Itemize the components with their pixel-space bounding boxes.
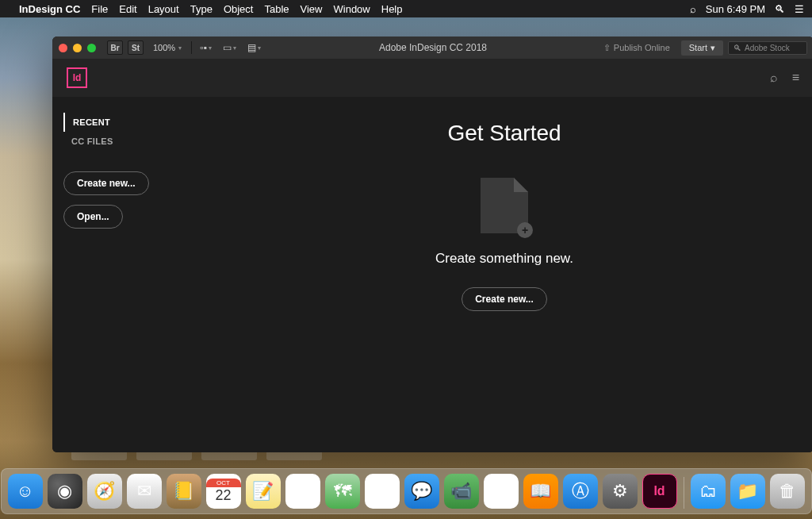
create-new-button[interactable]: Create new... xyxy=(63,171,149,195)
arrange-icon: ▤ xyxy=(247,42,256,53)
dock-photos[interactable]: ✿ xyxy=(365,474,400,509)
dock-area: ☺ ◉ 🧭 ✉︎ 📒 OCT 22 📝 ☑︎ 🗺 ✿ 💬 📹 ♫ 📖 Ⓐ ⚙ I… xyxy=(0,463,812,519)
dock-downloads-folder[interactable]: 📁 xyxy=(730,474,765,509)
chevron-down-icon: ▾ xyxy=(258,44,261,52)
upload-icon: ⇧ xyxy=(603,43,611,53)
start-sidebar: RECENT CC FILES Create new... Open... xyxy=(52,97,195,452)
dock-indesign[interactable]: Id xyxy=(642,474,677,509)
dock-safari[interactable]: 🧭 xyxy=(87,474,122,509)
dock-applications-folder[interactable]: 🗂 xyxy=(691,474,726,509)
panel-menu-icon[interactable]: ≡ xyxy=(792,71,799,85)
adobe-stock-search[interactable]: 🔍︎ Adobe Stock xyxy=(728,41,807,55)
spotlight-icon[interactable]: 🔍︎ xyxy=(775,3,785,15)
screen-mode-dropdown[interactable]: ▭▾ xyxy=(220,42,239,53)
dock-contacts[interactable]: 📒 xyxy=(167,474,201,509)
script-menu-icon[interactable]: ⌕ xyxy=(690,3,696,15)
menu-table[interactable]: Table xyxy=(264,3,289,15)
app-header: Id ⌕ ≡ xyxy=(52,59,812,97)
start-screen: RECENT CC FILES Create new... Open... Ge… xyxy=(52,97,812,452)
traffic-lights xyxy=(59,44,96,52)
stock-placeholder: Adobe Stock xyxy=(745,44,790,52)
menu-list-icon[interactable]: ☰ xyxy=(795,3,804,15)
menubar-clock[interactable]: Sun 6:49 PM xyxy=(706,3,765,15)
dock-maps[interactable]: 🗺 xyxy=(325,474,360,509)
menu-layout[interactable]: Layout xyxy=(148,3,179,15)
macos-menubar: InDesign CC File Edit Layout Type Object… xyxy=(0,0,812,17)
dock-mail[interactable]: ✉︎ xyxy=(127,474,162,509)
dock-separator xyxy=(684,477,684,509)
new-document-icon: + xyxy=(481,178,528,233)
menu-file[interactable]: File xyxy=(91,3,108,15)
zoom-dropdown[interactable]: 100% ▾ xyxy=(148,43,186,52)
search-icon: 🔍︎ xyxy=(733,44,741,52)
dock-appstore[interactable]: Ⓐ xyxy=(563,474,598,509)
indesign-logo: Id xyxy=(67,67,87,88)
screen-mode-icon: ▭ xyxy=(223,42,232,53)
stock-button[interactable]: St xyxy=(128,40,144,55)
chevron-down-icon: ▾ xyxy=(178,44,182,52)
macos-dock: ☺ ◉ 🧭 ✉︎ 📒 OCT 22 📝 ☑︎ 🗺 ✿ 💬 📹 ♫ 📖 Ⓐ ⚙ I… xyxy=(1,468,812,514)
window-toolbar: Br St 100% ▾ ▫▪▾ ▭▾ ▤▾ Adobe InDesign CC… xyxy=(52,37,812,59)
dock-dashboard[interactable]: ◉ xyxy=(48,474,82,509)
chevron-down-icon: ▾ xyxy=(710,43,715,53)
dock-finder[interactable]: ☺ xyxy=(8,474,43,509)
menu-view[interactable]: View xyxy=(301,3,323,15)
window-title: Adobe InDesign CC 2018 xyxy=(379,42,487,53)
create-subtitle: Create something new. xyxy=(435,251,573,267)
dock-notes[interactable]: 📝 xyxy=(246,474,281,509)
minimize-window-button[interactable] xyxy=(73,44,82,52)
view-options-icon: ▫▪ xyxy=(200,42,207,53)
dock-system-preferences[interactable]: ⚙ xyxy=(603,474,638,509)
publish-label: Publish Online xyxy=(614,43,670,52)
dock-reminders[interactable]: ☑︎ xyxy=(285,474,320,509)
app-name-menu[interactable]: InDesign CC xyxy=(19,3,80,15)
indesign-window: Br St 100% ▾ ▫▪▾ ▭▾ ▤▾ Adobe InDesign CC… xyxy=(52,37,812,452)
search-icon[interactable]: ⌕ xyxy=(770,71,778,85)
dock-calendar[interactable]: OCT 22 xyxy=(206,474,241,509)
zoom-value: 100% xyxy=(153,43,175,52)
dock-ibooks[interactable]: 📖 xyxy=(523,474,558,509)
arrange-dropdown[interactable]: ▤▾ xyxy=(244,42,264,53)
dock-trash[interactable]: 🗑 xyxy=(770,474,805,509)
menu-type[interactable]: Type xyxy=(190,3,213,15)
menu-edit[interactable]: Edit xyxy=(119,3,136,15)
get-started-title: Get Started xyxy=(447,121,561,146)
sidebar-tab-recent[interactable]: RECENT xyxy=(63,113,195,132)
dock-messages[interactable]: 💬 xyxy=(404,474,439,509)
calendar-month: OCT xyxy=(206,479,241,487)
workspace-start-dropdown[interactable]: Start ▾ xyxy=(681,40,723,56)
workspace-label: Start xyxy=(689,43,707,52)
publish-online-button[interactable]: ⇧ Publish Online xyxy=(597,41,676,55)
maximize-window-button[interactable] xyxy=(87,44,96,52)
chevron-down-icon: ▾ xyxy=(209,44,212,52)
create-new-center-button[interactable]: Create new... xyxy=(462,287,547,311)
menu-object[interactable]: Object xyxy=(224,3,254,15)
start-main: Get Started + Create something new. Crea… xyxy=(195,97,812,452)
open-button[interactable]: Open... xyxy=(63,205,123,229)
bridge-button[interactable]: Br xyxy=(107,40,123,55)
close-window-button[interactable] xyxy=(59,44,67,52)
calendar-day: 22 xyxy=(215,487,231,504)
sidebar-tab-ccfiles[interactable]: CC FILES xyxy=(63,132,195,151)
dock-itunes[interactable]: ♫ xyxy=(484,474,519,509)
plus-badge-icon: + xyxy=(517,222,533,238)
dock-facetime[interactable]: 📹 xyxy=(444,474,479,509)
menu-help[interactable]: Help xyxy=(381,3,403,15)
view-options-dropdown[interactable]: ▫▪▾ xyxy=(197,42,215,53)
menu-window[interactable]: Window xyxy=(334,3,370,15)
chevron-down-icon: ▾ xyxy=(233,44,236,52)
